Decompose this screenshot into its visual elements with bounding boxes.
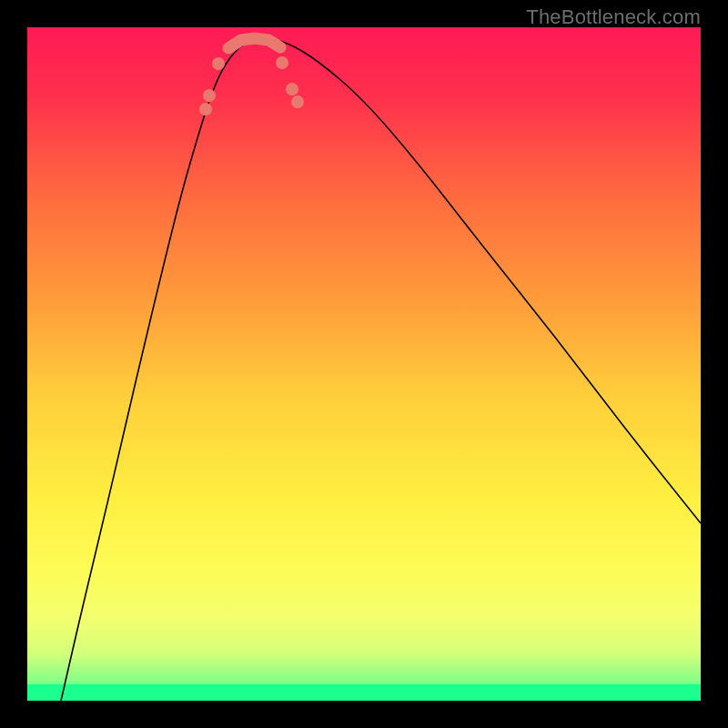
data-marker [203,89,216,102]
watermark-text: TheBottleneck.com [526,5,701,29]
data-marker [291,96,304,108]
bottleneck-curve [61,39,701,701]
data-marker [212,57,225,70]
data-marker [276,56,288,69]
valley-worm [228,38,280,48]
chart-svg [27,27,701,701]
data-marker [199,103,212,116]
data-marker [286,83,298,96]
plot-area [27,27,701,701]
